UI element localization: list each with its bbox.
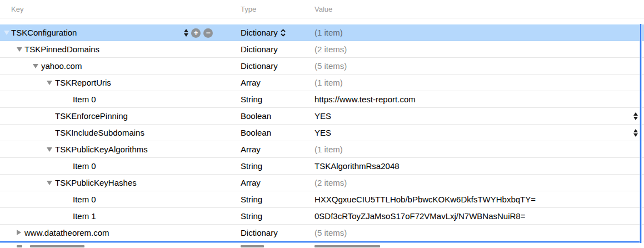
stepper-down-icon [633,117,638,120]
disclosure-triangle-icon[interactable] [47,181,52,185]
row-value[interactable]: 0SDf3cRToyZJaMsoS17oF72VMavLxj/N7WBNasNu… [314,208,525,224]
clipped-partial-row [0,243,644,248]
plist-row-tskconfiguration[interactable]: TSKConfiguration + − Dictionary (1 item) [0,24,644,41]
remove-row-button[interactable]: − [203,28,213,38]
row-key[interactable]: yahoo.com [41,58,82,74]
clipped-text-fragment [30,245,84,247]
table-header: Key Type Value [0,0,644,18]
minus-icon: − [206,28,210,37]
row-type[interactable]: Array [241,175,261,191]
stepper-down-icon [184,33,188,37]
row-type[interactable]: String [241,191,262,207]
row-value: (5 items) [314,58,347,74]
row-controls: + − [184,24,213,41]
reorder-stepper[interactable] [184,29,188,37]
row-key[interactable]: TSKPublicKeyHashes [55,175,137,191]
plist-row-www-datatheorem-com[interactable]: www.datatheorem.com Dictionary (5 items) [0,225,644,241]
plist-row-tskincludesubdomains[interactable]: TSKIncludeSubdomains Boolean YES [0,125,644,141]
plist-row-tskenforcepinning[interactable]: TSKEnforcePinning Boolean YES [0,108,644,125]
row-value[interactable]: TSKAlgorithmRsa2048 [314,158,400,174]
row-key[interactable]: TSKPublicKeyAlgorithms [55,141,148,157]
plist-table-body: TSKConfiguration + − Dictionary (1 item)… [0,24,644,241]
plist-row-yahoo-com[interactable]: yahoo.com Dictionary (5 items) [0,58,644,75]
plist-row-tskpinneddomains[interactable]: TSKPinnedDomains Dictionary (2 items) [0,41,644,58]
row-key[interactable]: Item 0 [73,91,96,107]
disclosure-triangle-icon[interactable] [33,64,38,68]
focus-edge-right [640,24,641,243]
column-header-type: Type [241,0,256,18]
row-key[interactable]: TSKIncludeSubdomains [55,125,144,141]
collapsed-triangle-icon[interactable] [17,230,21,235]
row-key[interactable]: Item 0 [73,158,96,174]
stepper-up-icon [633,129,638,132]
plist-editor: Key Type Value TSKConfiguration + − Dict… [0,0,644,248]
disclosure-triangle-icon[interactable] [47,81,52,85]
row-type[interactable]: Dictionary [241,225,278,241]
row-key[interactable]: Item 0 [73,191,96,207]
stepper-up-icon [633,112,638,116]
plist-row-tskreporturis[interactable]: TSKReportUris Array (1 item) [0,75,644,91]
row-key[interactable]: www.datatheorem.com [24,225,109,241]
clipped-text-fragment [17,245,22,247]
clipped-text-fragment [241,245,264,247]
boolean-value-stepper[interactable] [633,108,638,125]
row-type[interactable]: Array [241,141,261,157]
column-header-key: Key [11,0,23,18]
plist-row-algorithm-item0[interactable]: Item 0 String TSKAlgorithmRsa2048 [0,158,644,175]
row-key[interactable]: TSKConfiguration [11,24,77,41]
row-key[interactable]: TSKPinnedDomains [24,41,99,57]
row-value[interactable]: https://www.test-report.com [314,91,416,107]
row-type[interactable]: Array [241,75,261,91]
stepper-up-icon [184,29,188,32]
row-value: (1 item) [314,141,343,157]
row-value[interactable]: YES [314,125,331,141]
row-value: (1 item) [314,24,343,41]
column-header-value: Value [314,0,332,18]
row-type[interactable]: String [241,158,262,174]
plist-row-hash-item1[interactable]: Item 1 String 0SDf3cRToyZJaMsoS17oF72VMa… [0,208,644,225]
row-key[interactable]: Item 1 [73,208,96,224]
focus-edge-bottom [0,241,642,242]
row-value[interactable]: HXXQgxueCIU5TTLHob/bPbwcKOKw6DkfsTWYHbxb… [314,191,536,207]
clipped-text-fragment [314,245,380,247]
row-type[interactable]: String [241,208,262,224]
row-value: (5 items) [314,225,347,241]
row-type[interactable]: String [241,91,262,107]
row-value: (1 item) [314,75,343,91]
row-value: (2 items) [314,41,347,57]
row-type[interactable]: Boolean [241,108,271,124]
stepper-down-icon [633,133,638,137]
plist-row-reporturi-item0[interactable]: Item 0 String https://www.test-report.co… [0,91,644,108]
row-type[interactable]: Boolean [241,125,271,141]
row-value: (2 items) [314,175,347,191]
type-popup-chevron-icon[interactable] [280,28,286,39]
row-value[interactable]: YES [314,108,331,124]
disclosure-triangle-icon[interactable] [47,147,52,152]
plus-icon: + [193,28,198,37]
row-key[interactable]: TSKReportUris [55,75,111,91]
boolean-value-stepper[interactable] [633,125,638,141]
row-type[interactable]: Dictionary [241,24,278,41]
plist-row-tskpublickeyalgorithms[interactable]: TSKPublicKeyAlgorithms Array (1 item) [0,141,644,158]
disclosure-triangle-icon[interactable] [17,47,22,52]
plist-row-tskpublickeyhashes[interactable]: TSKPublicKeyHashes Array (2 items) [0,175,644,191]
row-type[interactable]: Dictionary [241,41,278,57]
plist-row-hash-item0[interactable]: Item 0 String HXXQgxueCIU5TTLHob/bPbwcKO… [0,191,644,208]
add-row-button[interactable]: + [191,28,201,38]
row-type[interactable]: Dictionary [241,58,278,74]
row-key[interactable]: TSKEnforcePinning [55,108,128,124]
disclosure-triangle-icon[interactable] [4,31,9,35]
